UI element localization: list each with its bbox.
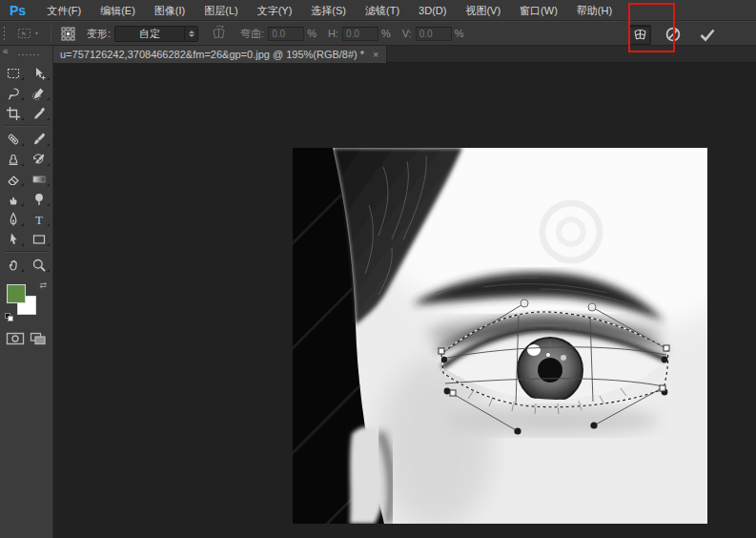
dodge-tool[interactable] [27, 189, 52, 209]
gradient-icon [31, 172, 47, 187]
warp-mode-toggle-button[interactable] [628, 25, 651, 45]
reference-point-locator[interactable] [61, 27, 75, 41]
default-colors-icon[interactable] [5, 313, 14, 322]
menu-file[interactable]: 文件(F) [37, 0, 91, 21]
warp-control-point[interactable] [588, 303, 596, 311]
crop-icon [6, 106, 21, 121]
dodge-icon [31, 192, 47, 207]
photo-eye-closeup [293, 148, 707, 524]
hand-icon [6, 258, 21, 273]
commit-transform-button[interactable] [699, 28, 716, 42]
clone-stamp-icon [6, 152, 21, 167]
tool-grid: T [0, 63, 52, 275]
commit-icon [699, 28, 716, 42]
menu-view[interactable]: 视图(V) [456, 0, 510, 21]
tab-close-icon[interactable]: × [373, 49, 378, 60]
lasso-tool[interactable] [1, 83, 27, 103]
h-input [342, 27, 378, 41]
brush-tool[interactable] [27, 129, 52, 149]
menu-edit[interactable]: 编辑(E) [91, 0, 145, 21]
rectangular-marquee-icon [6, 66, 21, 81]
tool-preset-picker[interactable] [16, 26, 41, 41]
h-label: H: [328, 28, 338, 39]
smudge-tool[interactable] [1, 189, 27, 209]
warp-control-point[interactable] [514, 427, 521, 434]
tool-panel-grip[interactable] [17, 53, 40, 56]
history-brush-icon [31, 152, 47, 167]
eyedropper-icon [31, 106, 47, 121]
menu-bar: Ps 文件(F) 编辑(E) 图像(I) 图层(L) 文字(Y) 选择(S) 滤… [0, 0, 756, 21]
history-brush-tool[interactable] [27, 149, 52, 169]
quick-mask-button[interactable] [6, 332, 25, 349]
document-canvas[interactable] [293, 148, 707, 524]
warp-preset-value: 自定 [115, 27, 184, 41]
type-tool[interactable]: T [27, 209, 52, 229]
warp-control-point[interactable] [662, 357, 668, 363]
bend-label: 弯曲: [240, 27, 264, 41]
menu-type[interactable]: 文字(Y) [248, 0, 302, 21]
crop-tool[interactable] [1, 103, 27, 123]
clone-stamp-tool[interactable] [1, 149, 27, 169]
transform-center-point[interactable] [545, 352, 550, 357]
document-tab-title: u=757126242,3708466282&fm=26&gp=0.jpg @ … [60, 49, 364, 60]
collapse-panel-icon[interactable]: « [3, 46, 9, 56]
cancel-icon [664, 26, 682, 43]
rectangle-shape-tool[interactable] [27, 229, 52, 249]
warp-preset-stepper [184, 27, 197, 41]
quick-selection-icon [31, 86, 47, 101]
screen-mode-button[interactable] [30, 332, 47, 349]
pen-icon [6, 212, 21, 227]
warp-control-point[interactable] [521, 300, 528, 307]
warp-orientation [210, 25, 229, 42]
bend-input [268, 27, 304, 41]
smudge-icon [6, 192, 21, 207]
photoshop-logo: Ps [0, 3, 37, 18]
rectangular-marquee-tool[interactable] [1, 63, 27, 83]
foreground-color-swatch[interactable] [7, 284, 26, 303]
pen-tool[interactable] [1, 209, 27, 229]
move-icon [31, 66, 47, 81]
gradient-tool[interactable] [27, 169, 52, 189]
eraser-icon [6, 172, 21, 187]
warp-control-point[interactable] [590, 422, 597, 428]
menu-select[interactable]: 选择(S) [301, 0, 356, 21]
menu-image[interactable]: 图像(I) [145, 0, 194, 21]
eyedropper-tool[interactable] [27, 103, 52, 123]
v-input [416, 27, 452, 41]
canvas-area[interactable] [53, 63, 756, 538]
zoom-tool[interactable] [27, 255, 52, 275]
warp-preset-select[interactable]: 自定 [114, 26, 198, 42]
hand-tool[interactable] [1, 255, 27, 275]
eraser-tool[interactable] [1, 169, 27, 189]
menu-window[interactable]: 窗口(W) [510, 0, 567, 21]
path-selection-tool[interactable] [1, 229, 27, 249]
zoom-icon [31, 258, 47, 273]
menu-help[interactable]: 帮助(H) [567, 0, 622, 21]
warp-control-point[interactable] [444, 388, 451, 395]
v-unit: % [455, 28, 464, 39]
menu-3d[interactable]: 3D(D) [409, 0, 456, 21]
tab-bar: u=757126242,3708466282&fm=26&gp=0.jpg @ … [53, 46, 756, 63]
menu-layer[interactable]: 图层(L) [194, 0, 247, 21]
menu-filter[interactable]: 滤镜(T) [356, 0, 409, 21]
transform-label: 变形: [87, 27, 111, 41]
brush-icon [31, 132, 47, 147]
rectangle-shape-icon [31, 232, 47, 247]
warp-mode-icon [632, 28, 648, 42]
tool-panel: « T ⇄ [0, 46, 53, 538]
move-tool[interactable] [27, 63, 52, 83]
photo-catchlight [527, 344, 541, 356]
svg-text:T: T [35, 212, 43, 226]
warp-control-point[interactable] [441, 357, 447, 362]
path-selection-icon [6, 232, 21, 247]
quick-selection-tool[interactable] [27, 83, 52, 103]
h-unit: % [381, 28, 391, 39]
swap-colors-icon[interactable]: ⇄ [39, 280, 47, 290]
document-tab[interactable]: u=757126242,3708466282&fm=26&gp=0.jpg @ … [53, 46, 387, 63]
options-bar-grip[interactable] [3, 26, 7, 41]
v-label: V: [402, 28, 412, 39]
lasso-icon [6, 86, 21, 101]
type-icon: T [31, 212, 47, 227]
cancel-transform-button[interactable] [664, 26, 682, 43]
spot-healing-tool[interactable] [1, 129, 27, 149]
